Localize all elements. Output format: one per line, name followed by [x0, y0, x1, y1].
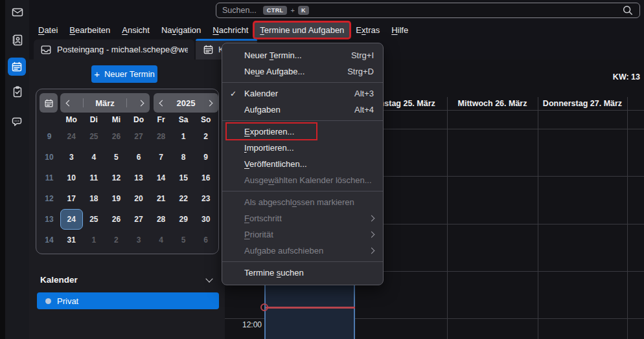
minimonth-date[interactable]: 13: [128, 168, 150, 188]
menubar-item-navigation[interactable]: Navigation: [156, 23, 206, 38]
menu-item-label: Als abgeschlossen markieren: [244, 197, 374, 207]
space-mail-button[interactable]: [10, 5, 24, 19]
minimonth-date[interactable]: 30: [194, 209, 217, 230]
menu-item-termine-suchen[interactable]: Termine suchen: [222, 265, 383, 281]
minimonth-date[interactable]: 4: [83, 147, 106, 168]
space-chat-button[interactable]: [10, 115, 24, 128]
minimonth-date[interactable]: 4: [150, 230, 172, 250]
minimonth-date[interactable]: 11: [83, 168, 106, 188]
search-placeholder: Suchen...: [222, 6, 257, 15]
calendar-list-item-privat[interactable]: Privat: [37, 292, 219, 309]
menu-item-label: Exportieren...: [244, 127, 374, 137]
minimonth-date[interactable]: 28: [150, 126, 172, 147]
gridline: [538, 97, 538, 339]
day-header-donnerstag[interactable]: Donnerstag 27. März: [538, 97, 627, 110]
kbd-ctrl-badge: CTRL: [263, 6, 288, 15]
minimonth-date[interactable]: 27: [128, 126, 150, 147]
minimonth-date[interactable]: 6: [194, 230, 217, 250]
menubar-item-termine-und-aufgaben[interactable]: Termine und Aufgaben: [255, 23, 349, 38]
minimonth-date[interactable]: 31: [60, 230, 83, 250]
minimonth-date[interactable]: 21: [150, 188, 172, 209]
minimonth-date[interactable]: 20: [128, 188, 150, 209]
menubar-item-hilfe[interactable]: Hilfe: [386, 23, 413, 38]
minimonth-month-label: März: [95, 98, 115, 108]
gridline: [627, 97, 628, 339]
tab-inbox[interactable]: Posteingang - michael.schepe@web.de: [34, 39, 194, 60]
menu-item-shortcut: Strg+I: [351, 50, 374, 60]
minimonth-date[interactable]: 2: [105, 230, 128, 250]
day-header-mittwoch[interactable]: Mittwoch 26. März: [447, 97, 538, 110]
menubar-item-nachricht[interactable]: Nachricht: [207, 23, 253, 38]
minimonth-date[interactable]: 2: [194, 126, 217, 147]
global-search-input[interactable]: Suchen... CTRL + K: [216, 3, 640, 18]
minimonth-date[interactable]: 18: [83, 188, 106, 209]
menu-separator: [222, 188, 383, 194]
menu-item-shortcut: Alt+3: [354, 89, 374, 98]
background-window-edge: [0, 0, 5, 339]
menu-item-exportieren[interactable]: Exportieren...: [222, 124, 383, 140]
weekday-label: Sa: [172, 114, 195, 126]
minimonth-date[interactable]: 23: [194, 188, 217, 209]
minimonth-date[interactable]: 16: [194, 168, 217, 188]
menu-item-ver-ffentlichen[interactable]: Veröffentlichen...: [222, 156, 383, 172]
minimonth-date[interactable]: 6: [128, 147, 150, 168]
minimonth-date[interactable]: 3: [128, 230, 150, 250]
minimonth-date[interactable]: 29: [172, 209, 195, 230]
minimonth-today-button[interactable]: [40, 93, 58, 113]
current-time-circle: [260, 303, 268, 311]
menu-item-neue-aufgabe[interactable]: Neue Aufgabe...Strg+D: [222, 63, 383, 80]
minimonth-date[interactable]: 28: [150, 209, 172, 230]
minimonth-date[interactable]: 9: [194, 147, 217, 168]
menu-item-aufgaben[interactable]: AufgabenAlt+4: [222, 102, 383, 118]
menu-item-label: Termine suchen: [244, 268, 374, 278]
minimonth-date[interactable]: 5: [105, 147, 128, 168]
menu-item-label: Importieren...: [244, 143, 374, 153]
previous-year-chevron-icon[interactable]: [159, 100, 166, 106]
minimonth-date[interactable]: 24: [60, 126, 83, 147]
minimonth-date[interactable]: 8: [172, 147, 195, 168]
minimonth-date[interactable]: 14: [150, 168, 172, 188]
weekday-label: Mi: [105, 114, 128, 126]
menu-item-kalender[interactable]: ✓KalenderAlt+3: [222, 85, 383, 102]
minimonth-date[interactable]: 26: [105, 126, 128, 147]
minimonth-date[interactable]: 17: [60, 188, 83, 209]
minimonth-date[interactable]: 7: [150, 147, 172, 168]
minimonth-date[interactable]: 1: [172, 126, 195, 147]
minimonth-date[interactable]: 22: [172, 188, 195, 209]
minimonth-date[interactable]: 27: [128, 209, 150, 230]
menu-item-shortcut: Strg+D: [347, 67, 374, 76]
menu-item-label: Ausgewählten Kalender löschen...: [244, 175, 374, 185]
menubar-item-datei[interactable]: Datei: [33, 23, 63, 38]
new-event-button-label: Neuer Termin: [104, 69, 155, 79]
menu-item-label: Neue Aufgabe...: [244, 67, 336, 76]
menu-item-importieren[interactable]: Importieren...: [222, 140, 383, 156]
space-address-book-button[interactable]: [10, 33, 24, 47]
next-month-chevron-icon[interactable]: [138, 100, 144, 106]
menu-item-fortschritt: Fortschritt: [222, 210, 383, 226]
minimonth-date[interactable]: 12: [105, 168, 128, 188]
minimonth-date[interactable]: 25: [83, 209, 106, 230]
minimonth-date[interactable]: 5: [172, 230, 195, 250]
next-year-chevron-icon[interactable]: [207, 100, 213, 106]
space-calendar-button-selected[interactable]: [8, 58, 26, 76]
pill-divider: [83, 98, 84, 107]
menubar-item-bearbeiten[interactable]: Bearbeiten: [64, 23, 115, 38]
menu-item-neuer-termin[interactable]: Neuer Termin...Strg+I: [222, 47, 383, 63]
minimonth-date[interactable]: 3: [60, 147, 83, 168]
submenu-arrow-icon: [369, 215, 375, 222]
minimonth-date[interactable]: 19: [105, 188, 128, 209]
minimonth-selected-date[interactable]: 24: [60, 209, 83, 230]
previous-month-chevron-icon[interactable]: [66, 100, 73, 106]
minimonth-date[interactable]: 10: [60, 168, 83, 188]
current-time-line: [266, 307, 355, 309]
menubar-item-ansicht[interactable]: Ansicht: [117, 23, 155, 38]
menubar-item-extras[interactable]: Extras: [351, 23, 385, 38]
minimonth-date[interactable]: 25: [83, 126, 106, 147]
minimonth-date[interactable]: 26: [105, 209, 128, 230]
space-tasks-button[interactable]: [10, 85, 24, 98]
calendar-list-header[interactable]: Kalender: [40, 274, 216, 285]
minimonth-date[interactable]: 1: [83, 230, 106, 250]
minimonth-date[interactable]: 15: [172, 168, 195, 188]
calendar-tab-icon: [203, 44, 214, 55]
new-event-button[interactable]: + Neuer Termin: [91, 65, 157, 83]
